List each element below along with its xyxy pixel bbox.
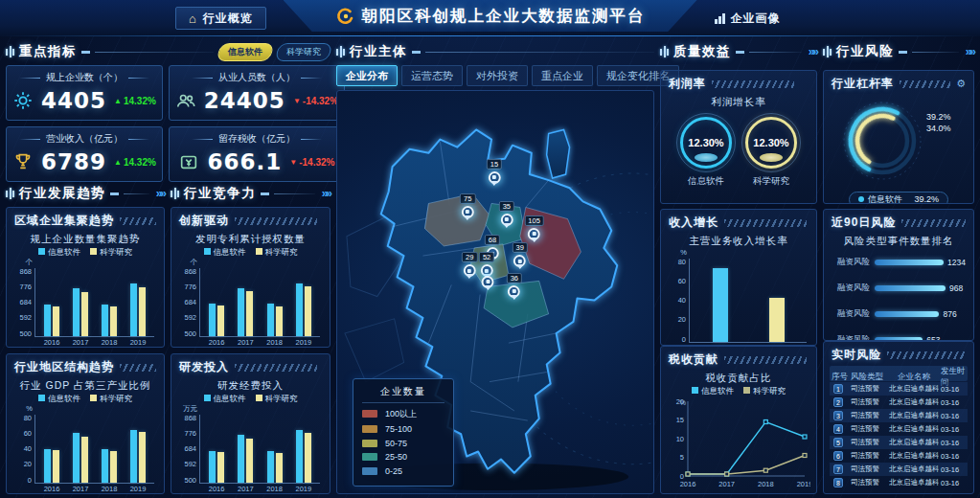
key-metrics-title: 重点指标 (19, 43, 77, 60)
bar (246, 291, 253, 336)
map-legend-item: 50-75 (362, 439, 444, 448)
stat-card-revenue: 营业收入（亿元） 6789 14.32% (6, 126, 163, 182)
competitiveness-section: 行业竞争力 »» 创新驱动 发明专利累计授权数量信息软件科学研究 个868776… (171, 184, 330, 494)
panel-revenue-growth: 收入增长 主营业务收入增长率 %806040200 20182019 (660, 209, 817, 346)
bar (296, 283, 303, 336)
bar (769, 298, 785, 342)
bar (110, 451, 117, 483)
pin-icon (508, 285, 520, 298)
table-row[interactable]: 1 司法预警 北京启迪卓越科技有限公司 03-16 (830, 382, 968, 396)
table-row[interactable]: 2 司法预警 北京启迪卓越科技有限公司 03-16 (830, 396, 968, 409)
legend-item: 信息软件 (204, 247, 246, 259)
panel-profit-rate: 利润率 利润增长率 12.30% 信息软件 12.30% 科学研究 (660, 70, 817, 204)
section-marker-icon (6, 46, 14, 57)
realtime-risk-table: 序号风险类型企业名称发生时间 1 司法预警 北京启迪卓越科技有限公司 03-16… (824, 366, 973, 493)
page-title: 朝阳区科创规上企业大数据监测平台 (362, 6, 646, 27)
toggle-科学研究[interactable]: 科学研究 (275, 43, 333, 61)
toggle-信息软件[interactable]: 信息软件 (217, 43, 275, 61)
bar (44, 449, 51, 484)
tab-对外投资[interactable]: 对外投资 (467, 65, 528, 86)
section-marker-icon (660, 46, 669, 57)
legend-item: 科学研究 (743, 386, 786, 397)
more-arrows-icon[interactable]: »» (807, 45, 817, 58)
hatch-decoration (120, 364, 156, 372)
legend-item: 信息软件 (692, 386, 734, 397)
competitiveness-title: 行业竞争力 (184, 185, 256, 202)
table-row[interactable]: 7 司法预警 北京启迪卓越科技有限公司 03-16 (830, 463, 968, 476)
gauge-ring: 12.30% (745, 117, 797, 169)
map-marker[interactable]: 29 (462, 252, 477, 282)
map-marker[interactable]: 39 (513, 242, 528, 272)
leverage-legend-item: 信息软件39.2% (849, 192, 948, 205)
svg-text:20: 20 (676, 397, 684, 406)
bar (246, 439, 253, 483)
bar (110, 306, 117, 336)
bar (238, 435, 244, 483)
map-legend-item: 25-50 (362, 452, 444, 462)
bar (139, 432, 146, 483)
district-map-panel: 1575351056839295236 企业数量 100以上75-10050-7… (336, 90, 654, 494)
home-icon: ⌂ (189, 12, 197, 25)
platform-logo-icon (335, 7, 354, 26)
stat-card-tax: 留存税收（亿元） 666.1 -14.32% (169, 126, 345, 182)
gear-icon[interactable]: ⚙ (956, 79, 966, 89)
industry-main-body-section: 行业主体 企业分布运营态势对外投资重点企业规企变化排名 (336, 42, 654, 494)
profit-chart-title: 利润增长率 (667, 96, 810, 109)
map-marker[interactable]: 105 (524, 215, 544, 245)
leverage-donut-chart: 39.2%34.0% 信息软件39.2% 科学研究34.0% (830, 95, 968, 204)
bar (217, 306, 224, 336)
tab-企业分布[interactable]: 企业分布 (336, 65, 398, 86)
map-marker[interactable]: 75 (460, 193, 475, 223)
svg-text:2019: 2019 (797, 480, 810, 488)
risk-rank-chart: 风险类型事件数量排名 融资风险 1234 融资风险 968 融资风险 876 融… (830, 234, 968, 336)
map-marker[interactable]: 15 (487, 159, 502, 189)
pin-icon (462, 206, 474, 218)
legend-item: 信息软件 (38, 247, 80, 259)
pin-icon (513, 255, 526, 267)
header-title-band: 朝阳区科创规上企业大数据监测平台 (284, 0, 697, 32)
more-arrows-icon[interactable]: »» (154, 187, 165, 200)
hatch-decoration (235, 217, 317, 225)
table-row[interactable]: 4 司法预警 北京启迪卓越科技有限公司 03-16 (830, 422, 968, 436)
risk-title: 行业风险 (836, 43, 894, 60)
table-row[interactable]: 8 司法预警 北京启迪卓越科技有限公司 03-16 (830, 476, 968, 489)
bar (102, 305, 108, 336)
bar (102, 449, 108, 484)
bar (276, 306, 283, 336)
hbar-row: 融资风险 1234 (832, 257, 966, 268)
app-header: ⌂ 行业概览 朝阳区科创规上企业大数据监测平台 企业画像 (0, 0, 980, 36)
hatch-decoration (120, 217, 156, 225)
gdp-share-chart: 行业 GDP 占第三产业比例信息软件科学研究 %806040200 201620… (12, 378, 158, 489)
profit-gauge: 12.30% 信息软件 (680, 117, 732, 188)
table-row[interactable]: 3 司法预警 北京启迪卓越科技有限公司 03-16 (830, 409, 968, 422)
more-arrows-icon[interactable]: »» (320, 187, 330, 200)
pin-icon (482, 276, 494, 288)
map-marker[interactable]: 36 (507, 273, 522, 303)
hbar-row: 融资风险 653 (832, 334, 966, 342)
map-marker[interactable] (482, 276, 494, 293)
stat-cards-grid: 规上企业数（个） 4405 14.32% 从业人员数（人） 24405 -14.… (6, 65, 330, 182)
gauge-ring: 12.30% (680, 117, 732, 169)
industry-toggle-group: 信息软件科学研究 (218, 43, 330, 61)
more-arrows-icon[interactable]: »» (964, 45, 974, 58)
industry-risk-section: 行业风险 »» 行业杠杆率 ⚙ 39.2%34.0% 信息软件39.2% 科学研… (823, 42, 974, 494)
section-marker-icon (171, 188, 179, 199)
nav-industry-overview[interactable]: ⌂ 行业概览 (175, 7, 266, 30)
map-legend-item: 75-100 (362, 424, 444, 434)
panel-90day-risk: 近90日风险 风险类型事件数量排名 融资风险 1234 融资风险 968 融资风… (823, 209, 974, 341)
bar (73, 433, 80, 483)
tab-重点企业[interactable]: 重点企业 (532, 65, 593, 86)
svg-text:15: 15 (676, 416, 684, 424)
map-marker[interactable]: 35 (499, 201, 514, 231)
bar (44, 305, 51, 336)
table-row[interactable]: 6 司法预警 北京启迪卓越科技有限公司 03-16 (830, 449, 968, 463)
bar (81, 292, 88, 336)
bar (276, 453, 283, 483)
bar (53, 450, 59, 483)
nav-enterprise-portrait[interactable]: 企业画像 (701, 7, 794, 30)
svg-text:10: 10 (676, 435, 684, 443)
revenue-growth-chart: 主营业务收入增长率 %806040200 20182019 (667, 234, 810, 341)
tab-运营态势[interactable]: 运营态势 (401, 65, 463, 86)
table-row[interactable]: 5 司法预警 北京启迪卓越科技有限公司 03-16 (830, 436, 968, 449)
bar (305, 433, 311, 483)
